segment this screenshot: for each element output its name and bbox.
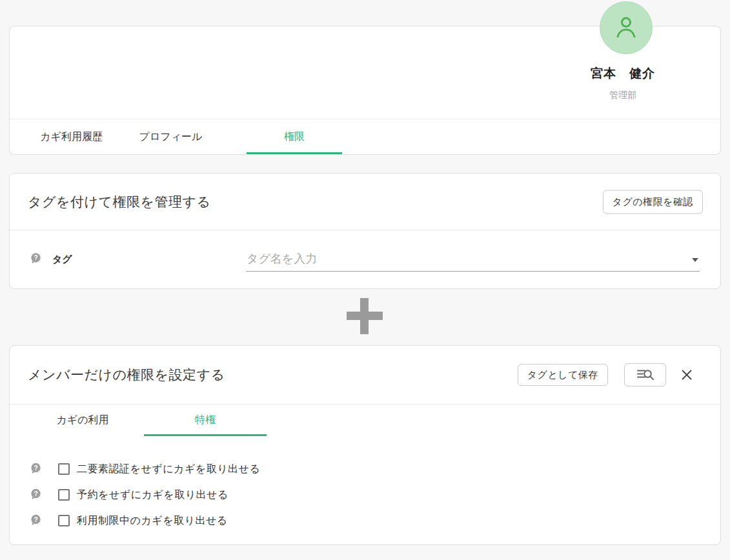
list-search-icon (636, 368, 654, 382)
help-bubble-icon[interactable]: ? (30, 488, 41, 502)
avatar (600, 1, 653, 54)
tag-permissions-card: タグを付けて権限を管理する タグの権限を確認 ? タグ (9, 173, 721, 289)
tab-label: プロフィール (139, 130, 203, 144)
privilege-row: ? 予約をせずにカギを取り出せる (30, 482, 720, 508)
checkbox-bypass-reservation[interactable] (58, 489, 70, 501)
tab-permissions[interactable]: 権限 (247, 119, 342, 154)
tab-label: カギ利用履歴 (40, 130, 103, 144)
check-tag-permissions-button[interactable]: タグの権限を確認 (603, 190, 703, 214)
checkbox-bypass-2fa[interactable] (58, 463, 70, 475)
privilege-row: ? 二要素認証をせずにカギを取り出せる (30, 456, 720, 482)
user-department: 管理部 (526, 90, 720, 101)
tag-card-header: タグを付けて権限を管理する タグの権限を確認 (10, 174, 720, 230)
tag-card-title: タグを付けて権限を管理する (28, 193, 210, 211)
member-permissions-card: メンバーだけの権限を設定する タグとして保存 カギの利用 特権 (9, 345, 721, 545)
tab-key-usage-history[interactable]: カギ利用履歴 (21, 119, 121, 154)
close-button[interactable] (679, 367, 695, 383)
save-as-tag-button[interactable]: タグとして保存 (518, 364, 608, 386)
member-card-title: メンバーだけの権限を設定する (28, 366, 225, 384)
help-bubble-icon[interactable]: ? (30, 253, 41, 266)
tab-label: 権限 (284, 130, 305, 144)
help-bubble-icon[interactable]: ? (30, 463, 41, 476)
person-icon (611, 13, 641, 43)
privilege-label: 利用制限中のカギを取り出せる (77, 514, 228, 528)
profile-tab-bar: カギ利用履歴 プロフィール 権限 (10, 119, 720, 154)
svg-text:?: ? (34, 254, 37, 261)
tab-label: カギの利用 (56, 414, 108, 427)
tab-label: 特権 (195, 414, 216, 427)
tag-field-label: タグ (52, 254, 72, 266)
privilege-label: 予約をせずにカギを取り出せる (77, 488, 228, 502)
tag-name-input[interactable] (246, 252, 700, 272)
button-label: タグの権限を確認 (613, 195, 693, 208)
privilege-label: 二要素認証をせずにカギを取り出せる (77, 463, 260, 476)
preview-permissions-button[interactable] (624, 363, 666, 386)
plus-icon[interactable] (347, 298, 383, 334)
tag-input-row: ? タグ (10, 230, 720, 288)
checkbox-take-restricted-key[interactable] (58, 515, 70, 526)
svg-text:?: ? (34, 464, 37, 471)
privileges-list: ? 二要素認証をせずにカギを取り出せる ? 予約をせずにカギを取り出せる (10, 436, 720, 534)
tab-key-usage[interactable]: カギの利用 (21, 405, 144, 436)
active-tab-indicator (247, 152, 342, 154)
help-bubble-icon[interactable]: ? (30, 514, 41, 528)
svg-text:?: ? (34, 515, 37, 523)
svg-text:?: ? (34, 490, 37, 497)
tab-privileges[interactable]: 特権 (144, 405, 267, 436)
plus-bar (347, 312, 383, 320)
tab-profile[interactable]: プロフィール (121, 119, 220, 154)
button-label: タグとして保存 (527, 369, 598, 381)
caret-down-icon[interactable] (692, 258, 698, 262)
member-card-header: メンバーだけの権限を設定する タグとして保存 (10, 346, 720, 404)
tag-select-field (246, 252, 700, 272)
close-icon (680, 368, 694, 382)
member-tab-bar: カギの利用 特権 (10, 404, 720, 436)
privilege-row: ? 利用制限中のカギを取り出せる (30, 508, 720, 534)
user-name: 宮本 健介 (526, 65, 720, 82)
